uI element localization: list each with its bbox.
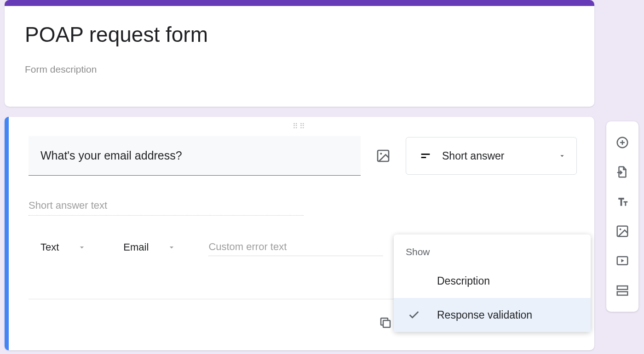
- plus-circle-icon: [615, 136, 629, 149]
- svg-marker-11: [621, 259, 624, 263]
- question-options-popup: Show Description Response validation: [394, 234, 591, 332]
- question-card: ⠿⠿ Short answer Text Email Show De: [5, 117, 594, 350]
- form-description-placeholder[interactable]: Form description: [25, 64, 574, 75]
- svg-rect-12: [617, 286, 628, 290]
- validation-type-select[interactable]: Text: [40, 241, 86, 253]
- form-header-card: POAP request form Form description: [5, 0, 594, 107]
- chevron-down-icon: [558, 152, 566, 160]
- image-icon: [376, 148, 391, 163]
- validation-row: Text Email: [40, 238, 383, 256]
- validation-error-input[interactable]: [208, 238, 383, 256]
- validation-type-label: Text: [40, 241, 59, 253]
- import-questions-button[interactable]: [612, 162, 632, 182]
- import-icon: [615, 165, 629, 179]
- validation-subtype-select[interactable]: Email: [123, 241, 176, 253]
- svg-rect-13: [617, 291, 628, 295]
- drag-handle-icon[interactable]: ⠿⠿: [293, 125, 306, 127]
- duplicate-question-button[interactable]: [375, 313, 396, 333]
- chevron-down-icon: [77, 243, 86, 252]
- popup-section-header: Show: [394, 244, 591, 264]
- question-type-label: Short answer: [442, 150, 548, 162]
- svg-point-1: [380, 153, 382, 154]
- popup-item-description[interactable]: Description: [394, 264, 591, 298]
- question-title-input[interactable]: [29, 136, 361, 176]
- text-icon: [615, 195, 629, 209]
- chevron-down-icon: [167, 243, 176, 252]
- popup-item-response-validation[interactable]: Response validation: [394, 298, 591, 332]
- question-active-indicator: [5, 117, 9, 350]
- validation-subtype-label: Email: [123, 241, 149, 253]
- form-accent-bar: [5, 0, 594, 6]
- popup-item-label: Response validation: [428, 309, 532, 321]
- check-icon: [408, 308, 428, 321]
- video-icon: [615, 254, 629, 268]
- short-answer-icon: [419, 149, 432, 162]
- question-type-select[interactable]: Short answer: [406, 137, 577, 175]
- svg-point-9: [620, 228, 621, 230]
- short-answer-preview: [29, 196, 304, 216]
- image-icon: [615, 224, 629, 238]
- popup-item-label: Description: [428, 275, 490, 287]
- add-question-button[interactable]: [612, 132, 632, 153]
- section-icon: [615, 284, 629, 297]
- add-image-button[interactable]: [612, 221, 632, 241]
- form-title[interactable]: POAP request form: [25, 22, 574, 48]
- add-section-button[interactable]: [612, 280, 632, 301]
- add-title-button[interactable]: [612, 192, 632, 212]
- duplicate-icon: [379, 316, 392, 330]
- add-image-to-question-button[interactable]: [374, 145, 393, 166]
- side-toolbar: [606, 121, 638, 312]
- question-header-row: Short answer: [29, 136, 577, 176]
- add-video-button[interactable]: [612, 251, 632, 271]
- svg-rect-4: [383, 320, 390, 327]
